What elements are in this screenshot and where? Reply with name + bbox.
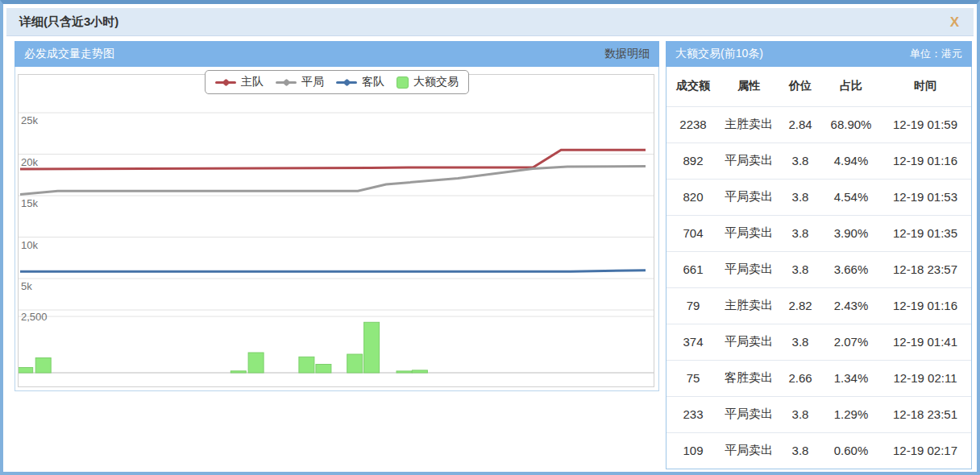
legend-line-marker (276, 80, 297, 85)
large-trade-bar (412, 370, 427, 373)
table-cell: 主胜卖出 (720, 106, 778, 142)
unit-label: 单位：港元 (910, 47, 962, 61)
table-cell: 68.90% (823, 106, 879, 142)
table-cell: 12-19 01:59 (879, 106, 971, 142)
table-cell: 2.66 (778, 360, 823, 396)
table-cell: 2238 (666, 106, 720, 142)
column-header-价位: 价位 (778, 67, 823, 106)
table-cell: 109 (666, 432, 720, 469)
table-cell: 客胜卖出 (720, 360, 778, 396)
table-row: 704平局卖出3.83.90%12-19 01:35 (666, 215, 971, 251)
table-cell: 1.34% (823, 360, 879, 396)
legend-item-3[interactable]: 客队 (336, 75, 384, 89)
table-cell: 12-19 01:16 (879, 287, 971, 324)
legend-line-marker (336, 80, 357, 85)
trend-line-主队 (20, 150, 646, 169)
trades-panel-header: 大额交易(前10条) 单位：港元 (666, 41, 972, 67)
table-cell: 12-19 01:41 (879, 324, 971, 360)
table-cell: 704 (666, 215, 720, 251)
table-cell: 79 (666, 287, 720, 324)
y-axis-tick-label: 20k (21, 156, 38, 168)
close-icon[interactable]: X (950, 15, 959, 29)
chart-plot-area: 25k20k15k10k5k2,500 (18, 74, 654, 387)
legend-label: 大额交易 (413, 75, 459, 89)
dialog-titlebar: 详细(只含近3小时) X (6, 8, 974, 36)
table-cell: 平局卖出 (720, 251, 778, 287)
legend-line-marker (215, 80, 236, 85)
table-cell: 3.8 (778, 215, 823, 251)
chart-body: 主队平局客队大额交易 25k20k15k10k5k2,500 (15, 67, 659, 391)
table-cell: 3.8 (778, 432, 823, 469)
table-cell: 平局卖出 (720, 215, 778, 251)
trend-line-平局 (20, 166, 646, 194)
table-cell: 75 (666, 360, 720, 396)
volume-chart-panel: 必发成交量走势图 数据明细 主队平局客队大额交易 25k20k15k10k5k2… (15, 41, 659, 391)
table-cell: 3.66% (823, 251, 879, 287)
table-row: 79主胜卖出2.822.43%12-19 01:16 (666, 287, 971, 324)
table-cell: 2.07% (823, 324, 879, 360)
table-cell: 12-18 23:51 (879, 396, 971, 432)
column-header-成交额: 成交额 (666, 67, 720, 106)
y-axis-tick-label: 10k (21, 239, 38, 251)
table-cell: 3.90% (823, 215, 879, 251)
table-cell: 3.8 (778, 251, 823, 287)
table-row: 109平局卖出3.80.60%12-19 02:17 (666, 432, 971, 469)
table-cell: 12-18 23:57 (879, 251, 971, 287)
large-trades-table: 成交额属性价位占比时间 2238主胜卖出2.8468.90%12-19 01:5… (666, 67, 971, 469)
column-header-时间: 时间 (879, 67, 971, 106)
table-header-row: 成交额属性价位占比时间 (666, 67, 971, 106)
data-detail-link[interactable]: 数据明细 (604, 47, 650, 61)
large-trade-bar (35, 358, 51, 374)
table-cell: 平局卖出 (720, 179, 778, 215)
table-cell: 4.94% (823, 142, 879, 179)
dialog-title: 详细(只含近3小时) (19, 14, 118, 30)
table-cell: 1.29% (823, 396, 879, 432)
legend-item-4[interactable]: 大额交易 (397, 75, 459, 89)
legend-label: 客队 (362, 75, 384, 89)
volume-trend-chart: 25k20k15k10k5k2,500 (19, 75, 654, 386)
table-row: 233平局卖出3.81.29%12-18 23:51 (666, 396, 971, 432)
large-trade-bar (316, 365, 331, 374)
table-row: 820平局卖出3.84.54%12-19 01:53 (666, 179, 971, 215)
table-cell: 3.8 (778, 324, 823, 360)
table-cell: 12-19 01:35 (879, 215, 971, 251)
table-cell: 12-19 02:17 (879, 432, 971, 469)
table-cell: 3.8 (778, 179, 823, 215)
table-cell: 2.84 (778, 106, 823, 142)
table-cell: 平局卖出 (720, 396, 778, 432)
large-trades-panel: 大额交易(前10条) 单位：港元 成交额属性价位占比时间 2238主胜卖出2.8… (666, 41, 972, 469)
table-cell: 平局卖出 (720, 324, 778, 360)
legend-label: 平局 (301, 75, 324, 89)
table-cell: 374 (666, 324, 720, 360)
legend-label: 主队 (241, 75, 264, 89)
y-axis-tick-label: 5k (21, 280, 32, 292)
table-cell: 12-19 01:53 (879, 179, 971, 215)
y-axis-tick-label: 25k (21, 114, 38, 126)
legend-square-marker (397, 76, 409, 89)
table-cell: 233 (666, 396, 720, 432)
column-header-占比: 占比 (823, 67, 879, 106)
chart-legend: 主队平局客队大额交易 (205, 70, 469, 94)
large-trade-bar (347, 354, 363, 373)
table-cell: 0.60% (823, 432, 879, 469)
trend-line-客队 (20, 271, 646, 272)
table-cell: 661 (666, 251, 720, 287)
table-cell: 2.43% (823, 287, 879, 324)
table-cell: 3.8 (778, 142, 823, 179)
large-trade-bar (397, 371, 412, 373)
large-trade-bar (230, 371, 246, 373)
table-cell: 12-19 01:16 (879, 142, 971, 179)
chart-panel-title: 必发成交量走势图 (24, 47, 114, 61)
y-axis-tick-label: 15k (21, 197, 38, 209)
table-cell: 12-19 02:11 (879, 360, 971, 396)
table-cell: 平局卖出 (720, 142, 778, 179)
legend-item-2[interactable]: 平局 (276, 75, 324, 89)
table-cell: 820 (666, 179, 720, 215)
legend-item-1[interactable]: 主队 (215, 75, 264, 89)
table-cell: 2.82 (778, 287, 823, 324)
y-axis-tick-label-2500: 2,500 (21, 311, 48, 323)
table-cell: 3.8 (778, 396, 823, 432)
trades-panel-title: 大额交易(前10条) (675, 47, 763, 61)
column-header-属性: 属性 (720, 67, 778, 106)
dialog-frame: 详细(只含近3小时) X 必发成交量走势图 数据明细 主队平局客队大额交易 25… (0, 0, 980, 475)
